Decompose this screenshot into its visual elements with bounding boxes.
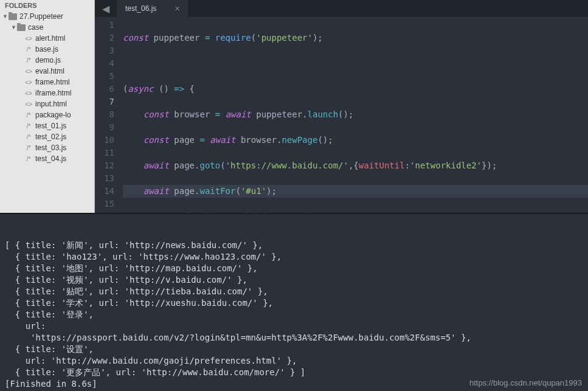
file-type-icon: /* (24, 57, 33, 64)
file-label: test_04.js (35, 154, 66, 163)
watermark: https://blog.csdn.net/qupan1993 (469, 377, 582, 389)
file-label: test_03.js (35, 144, 66, 152)
file-type-icon: <> (24, 79, 33, 86)
file-type-icon: <> (24, 101, 33, 108)
line-number: 11 (95, 147, 114, 159)
line-number: 15 (95, 198, 114, 210)
console-line: url: 'http://www.baidu.com/gaoji/prefere… (5, 355, 583, 367)
tree-folder-root[interactable]: ▼ 27.Puppeteer (0, 11, 94, 22)
console-line: { title: '登录', (5, 309, 583, 320)
line-number: 14 (95, 185, 114, 198)
output-console[interactable]: [ { title: '新闻', url: 'http://news.baidu… (0, 213, 588, 391)
close-icon[interactable]: × (175, 4, 179, 13)
line-number: 5 (95, 70, 114, 83)
file-type-icon: <> (24, 90, 33, 97)
console-line: { title: 'hao123', url: 'https://www.hao… (5, 251, 583, 263)
file-type-icon: /* (24, 46, 33, 53)
chevron-down-icon: ▼ (11, 24, 17, 30)
folder-label: case (28, 23, 43, 32)
tree-file[interactable]: /*package-lo (0, 109, 94, 120)
file-label: test_01.js (35, 122, 66, 130)
tree-folder-case[interactable]: ▼ case (0, 22, 94, 33)
line-gutter: 123456789101112131415 (95, 17, 123, 213)
file-label: package-lo (35, 111, 71, 119)
line-number: 1 (95, 19, 114, 32)
sidebar: FOLDERS ▼ 27.Puppeteer ▼ case <>alert.ht… (0, 0, 95, 213)
file-label: base.js (35, 45, 58, 54)
folder-label: 27.Puppeteer (19, 12, 63, 21)
file-type-icon: /* (24, 156, 33, 162)
tree-file[interactable]: /*test_04.js (0, 153, 94, 164)
tree-file[interactable]: /*demo.js (0, 55, 94, 66)
tree-file[interactable]: <>eval.html (0, 66, 94, 77)
tree-file[interactable]: /*test_03.js (0, 142, 94, 153)
file-type-icon: /* (24, 123, 33, 130)
folder-tree: ▼ 27.Puppeteer ▼ case <>alert.html/*base… (0, 11, 94, 164)
tree-file[interactable]: <>alert.html (0, 33, 94, 44)
code-editor[interactable]: 123456789101112131415 const puppeteer = … (95, 17, 588, 213)
console-line: { title: '设置', (5, 344, 583, 355)
chevron-down-icon: ▼ (2, 13, 9, 19)
line-number: 13 (95, 172, 114, 185)
line-number: 9 (95, 121, 114, 134)
line-number: 2 (95, 32, 114, 44)
file-type-icon: /* (24, 134, 33, 140)
line-number: 10 (95, 134, 114, 147)
file-label: demo.js (35, 56, 61, 64)
line-number: 8 (95, 108, 114, 121)
line-number: 3 (95, 44, 114, 57)
tree-file[interactable]: /*test_01.js (0, 120, 94, 131)
sidebar-header: FOLDERS (0, 0, 94, 11)
console-line: 'https://passport.baidu.com/v2/?login&tp… (5, 332, 583, 344)
console-line: { title: '学术', url: 'http://xueshu.baidu… (5, 297, 583, 309)
console-line: { title: '视频', url: 'http://v.baidu.com/… (5, 274, 583, 286)
line-number: 6 (95, 83, 114, 95)
console-line: [ { title: '新闻', url: 'http://news.baidu… (5, 240, 583, 251)
tab-nav-left[interactable]: ◀ (95, 0, 117, 17)
file-type-icon: <> (24, 68, 33, 75)
tree-file[interactable]: <>iframe.html (0, 88, 94, 99)
file-type-icon: /* (24, 145, 33, 151)
folder-icon (17, 24, 26, 31)
file-label: test_02.js (35, 133, 66, 141)
folder-icon (9, 13, 17, 20)
file-label: alert.html (35, 34, 65, 43)
line-number: 7 (95, 95, 114, 108)
code-content[interactable]: const puppeteer = require('puppeteer'); … (123, 17, 588, 213)
line-number: 12 (95, 159, 114, 172)
file-label: input.html (35, 100, 67, 108)
console-line: url: (5, 320, 583, 332)
tab-title: test_06.js (125, 4, 156, 13)
file-label: frame.html (35, 78, 70, 86)
file-label: eval.html (35, 67, 64, 75)
line-number: 4 (95, 57, 114, 70)
tree-file[interactable]: <>frame.html (0, 77, 94, 88)
tree-file[interactable]: <>input.html (0, 99, 94, 109)
file-type-icon: /* (24, 112, 33, 119)
file-type-icon: <> (24, 35, 33, 42)
file-label: iframe.html (35, 89, 71, 97)
tree-file[interactable]: /*base.js (0, 44, 94, 55)
tree-file[interactable]: /*test_02.js (0, 131, 94, 142)
console-line: { title: '贴吧', url: 'http://tieba.baidu.… (5, 286, 583, 297)
console-line: { title: '地图', url: 'http://map.baidu.co… (5, 263, 583, 274)
tab-active[interactable]: test_06.js × (117, 0, 189, 17)
editor-area: ◀ test_06.js × 123456789101112131415 con… (95, 0, 588, 213)
tab-bar: ◀ test_06.js × (95, 0, 588, 17)
